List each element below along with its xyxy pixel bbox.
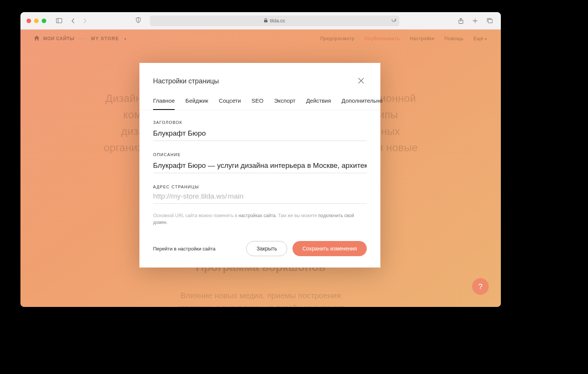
browser-window: tilda.cc МОИ САЙТЫ —→ xyxy=(20,12,501,307)
close-modal-button[interactable]: Закрыть xyxy=(246,241,287,256)
share-button[interactable] xyxy=(455,16,466,25)
close-button[interactable] xyxy=(355,76,367,87)
window-close-button[interactable] xyxy=(27,19,31,23)
url-label: АДРЕС СТРАНИЦЫ xyxy=(153,185,367,189)
help-fab[interactable]: ? xyxy=(472,278,489,295)
title-label: ЗАГОЛОВОК xyxy=(153,120,367,125)
url-prefix: http://my-store.tilda.ws/ xyxy=(153,192,227,200)
site-settings-link[interactable]: настройках сайта xyxy=(238,213,275,218)
lock-icon xyxy=(264,18,267,23)
save-button[interactable]: Сохранить изменения xyxy=(292,241,367,256)
tabs-overview-button[interactable] xyxy=(484,16,495,25)
tab-actions[interactable]: Действия xyxy=(306,97,331,110)
modal-title: Настройки страницы xyxy=(153,77,219,85)
tab-export[interactable]: Экспорт xyxy=(274,97,296,110)
tab-main[interactable]: Главное xyxy=(153,97,175,110)
new-tab-button[interactable] xyxy=(470,16,480,25)
tab-social[interactable]: Соцсети xyxy=(219,97,241,110)
description-input[interactable] xyxy=(153,160,367,173)
sidebar-toggle-button[interactable] xyxy=(54,16,64,25)
page-settings-modal: Настройки страницы Главное Бейджик Соцсе… xyxy=(139,63,380,268)
address-bar[interactable]: tilda.cc xyxy=(150,16,399,26)
modal-tabs: Главное Бейджик Соцсети SEO Экспорт Дейс… xyxy=(139,87,380,110)
title-input[interactable] xyxy=(153,128,367,141)
traffic-lights xyxy=(27,19,46,23)
nav-back-button[interactable] xyxy=(67,16,78,25)
url-slug-input[interactable] xyxy=(227,192,367,200)
address-text: tilda.cc xyxy=(270,18,285,23)
shield-icon xyxy=(136,17,141,24)
page-content: МОИ САЙТЫ —→ MY STORE ▾ Предпросмотр Опу… xyxy=(20,30,501,307)
tab-seo[interactable]: SEO xyxy=(252,97,264,110)
window-maximize-button[interactable] xyxy=(42,19,46,23)
tab-advanced[interactable]: Дополнительно xyxy=(342,97,383,110)
url-help-text: Основной URL сайта можно поменять в наст… xyxy=(153,212,367,226)
svg-rect-0 xyxy=(56,19,62,23)
tab-badge[interactable]: Бейджик xyxy=(185,97,208,110)
svg-rect-5 xyxy=(488,19,492,23)
reload-button[interactable] xyxy=(391,17,396,24)
window-minimize-button[interactable] xyxy=(34,19,39,23)
nav-forward-button[interactable] xyxy=(80,16,90,25)
description-label: ОПИСАНИЕ xyxy=(153,152,367,157)
svg-rect-3 xyxy=(264,20,267,23)
goto-site-settings-link[interactable]: Перейти в настройки сайта xyxy=(153,246,216,252)
browser-chrome: tilda.cc xyxy=(20,12,501,30)
